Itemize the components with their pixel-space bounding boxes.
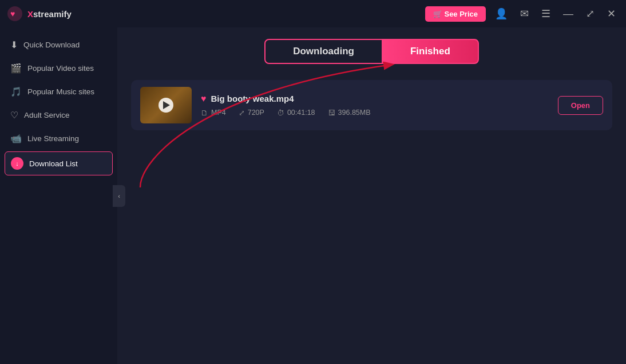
item-title-row: ♥ Big booty weak.mp4	[201, 94, 549, 104]
meta-duration: ⏱ 00:41:18	[277, 109, 315, 117]
item-title: Big booty weak.mp4	[211, 94, 294, 103]
minimize-icon[interactable]: —	[560, 6, 577, 22]
meta-format: 🗋 MP4	[201, 109, 226, 117]
download-item: ♥ Big booty weak.mp4 🗋 MP4 ⤢ 720P ⏱ 00:4…	[131, 80, 612, 130]
format-icon: 🗋	[201, 109, 208, 117]
sidebar-item-label: Adult Service	[24, 111, 70, 119]
mail-icon[interactable]: ✉	[517, 5, 532, 22]
adult-service-icon: ♡	[10, 110, 18, 121]
popular-video-icon: 🎬	[10, 63, 22, 74]
sidebar-item-label: Quick Download	[23, 41, 80, 49]
sidebar-item-label: Download List	[29, 159, 78, 168]
tab-downloading[interactable]: Downloading	[264, 39, 382, 64]
item-thumbnail	[140, 87, 192, 123]
resolution-value: 720P	[248, 109, 264, 117]
menu-icon[interactable]: ☰	[538, 5, 554, 22]
profile-icon[interactable]: 👤	[492, 5, 511, 22]
meta-size: 🖫 396.85MB	[328, 109, 371, 117]
titlebar-left: ♥ Xstreamify	[7, 6, 72, 22]
duration-icon: ⏱	[277, 109, 284, 117]
sidebar-item-label: Popular Video sites	[27, 64, 94, 73]
open-button[interactable]: Open	[558, 96, 603, 115]
sidebar-item-adult-service[interactable]: ♡ Adult Service	[0, 103, 117, 127]
sidebar-item-popular-video[interactable]: 🎬 Popular Video sites	[0, 57, 117, 80]
app-logo: ♥	[7, 6, 23, 22]
play-button[interactable]	[159, 98, 173, 113]
titlebar: ♥ Xstreamify 🛒 See Price 👤 ✉ ☰ — ⤢ ✕	[0, 0, 626, 27]
see-price-button[interactable]: 🛒 See Price	[425, 6, 486, 22]
sidebar-item-label: Popular Music sites	[27, 87, 94, 96]
close-icon[interactable]: ✕	[604, 5, 619, 22]
resolution-icon: ⤢	[239, 109, 245, 117]
sidebar-item-popular-music[interactable]: 🎵 Popular Music sites	[0, 80, 117, 103]
size-icon: 🖫	[328, 109, 335, 117]
sidebar: ⬇ Quick Download 🎬 Popular Video sites 🎵…	[0, 27, 117, 364]
restore-icon[interactable]: ⤢	[583, 5, 598, 22]
content-area: Downloading Finished ♥ Big booty weak.mp…	[117, 27, 626, 364]
svg-text:♥: ♥	[10, 9, 15, 18]
popular-music-icon: 🎵	[10, 86, 22, 97]
item-info: ♥ Big booty weak.mp4 🗋 MP4 ⤢ 720P ⏱ 00:4…	[201, 94, 549, 117]
duration-value: 00:41:18	[287, 109, 315, 117]
titlebar-right: 🛒 See Price 👤 ✉ ☰ — ⤢ ✕	[425, 5, 619, 22]
item-meta: 🗋 MP4 ⤢ 720P ⏱ 00:41:18 🖫 396.85MB	[201, 109, 549, 117]
sidebar-item-live-streaming[interactable]: 📹 Live Streaming	[0, 127, 117, 150]
size-value: 396.85MB	[338, 109, 371, 117]
main-layout: ⬇ Quick Download 🎬 Popular Video sites 🎵…	[0, 27, 626, 364]
heart-icon: ♥	[201, 94, 207, 104]
download-list-icon: ↓	[11, 157, 23, 170]
meta-resolution: ⤢ 720P	[239, 109, 264, 117]
sidebar-item-quick-download[interactable]: ⬇ Quick Download	[0, 33, 117, 57]
tabs-row: Downloading Finished	[131, 39, 612, 64]
sidebar-item-label: Live Streaming	[27, 134, 79, 143]
sidebar-item-download-list[interactable]: ↓ Download List	[5, 151, 113, 175]
live-streaming-icon: 📹	[10, 133, 22, 144]
sidebar-collapse-button[interactable]: ‹	[113, 185, 125, 207]
app-title: Xstreamify	[27, 9, 72, 19]
format-value: MP4	[211, 109, 226, 117]
quick-download-icon: ⬇	[10, 39, 18, 50]
play-triangle-icon	[163, 101, 170, 109]
tab-finished[interactable]: Finished	[382, 39, 479, 64]
